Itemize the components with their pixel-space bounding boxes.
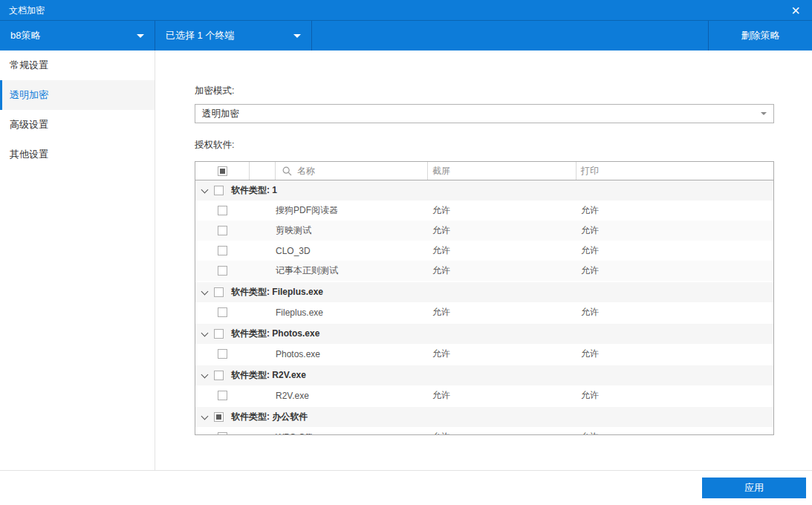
- print-permission: 允许: [576, 201, 773, 221]
- content-area: 常规设置透明加密高级设置其他设置 加密模式: 透明加密 授权软件:: [0, 50, 812, 471]
- sidebar-item-0[interactable]: 常规设置: [0, 50, 155, 80]
- encryption-mode-select[interactable]: 透明加密: [195, 104, 774, 123]
- table-header-row: 名称 截屏 打印: [195, 162, 773, 180]
- delete-policy-button[interactable]: 删除策略: [708, 21, 812, 50]
- table-row[interactable]: 记事本正则测试允许允许: [195, 261, 773, 281]
- chevron-down-icon[interactable]: [201, 371, 209, 378]
- print-permission: 允许: [576, 344, 773, 364]
- search-icon: [282, 166, 292, 176]
- sidebar-item-3[interactable]: 其他设置: [0, 140, 155, 169]
- authorized-software-label: 授权软件:: [195, 139, 812, 152]
- table-row[interactable]: Photos.exe允许允许: [195, 344, 773, 364]
- screenshot-permission: 允许: [428, 221, 576, 241]
- chevron-down-icon[interactable]: [201, 186, 209, 193]
- row-checkbox[interactable]: [214, 371, 224, 380]
- footer-bar: 应用: [0, 471, 812, 505]
- authorized-software-table: 名称 截屏 打印 软件类型: 1搜狗PDF阅读器允许允许剪映测试允许允许CLO_…: [195, 161, 774, 435]
- terminal-dropdown-value: 已选择 1 个终端: [166, 29, 234, 42]
- table-row[interactable]: WPS Office允许允许: [195, 427, 773, 435]
- title-bar: 文档加密 ×: [0, 0, 812, 21]
- software-name: WPS Office: [276, 427, 428, 435]
- row-checkbox[interactable]: [214, 412, 224, 422]
- header-name-cell[interactable]: 名称: [276, 162, 428, 180]
- table-row[interactable]: R2V.exe允许允许: [195, 385, 773, 405]
- row-checkbox[interactable]: [218, 266, 227, 276]
- row-checkbox[interactable]: [218, 206, 227, 215]
- table-body: 软件类型: 1搜狗PDF阅读器允许允许剪映测试允许允许CLO_3D允许允许记事本…: [195, 180, 773, 435]
- screenshot-permission: 允许: [428, 201, 576, 221]
- print-permission: 允许: [576, 427, 773, 435]
- table-row[interactable]: CLO_3D允许允许: [195, 241, 773, 261]
- software-name: Photos.exe: [276, 344, 428, 364]
- settings-sidebar: 常规设置透明加密高级设置其他设置: [0, 50, 155, 470]
- screenshot-permission: 允许: [428, 427, 576, 435]
- table-row[interactable]: 剪映测试允许允许: [195, 221, 773, 241]
- group-label: 软件类型: 1: [231, 184, 277, 197]
- sidebar-item-1[interactable]: 透明加密: [0, 80, 155, 110]
- screenshot-permission: 允许: [428, 344, 576, 364]
- encryption-mode-value: 透明加密: [202, 108, 239, 120]
- table-row[interactable]: 搜狗PDF阅读器允许允许: [195, 201, 773, 221]
- sidebar-item-2[interactable]: 高级设置: [0, 110, 155, 140]
- group-label: 软件类型: R2V.exe: [231, 369, 306, 382]
- main-panel: 加密模式: 透明加密 授权软件: 名称: [155, 50, 812, 470]
- row-checkbox[interactable]: [214, 186, 224, 195]
- group-label: 软件类型: Fileplus.exe: [231, 286, 323, 299]
- print-permission: 允许: [576, 241, 773, 261]
- software-name: CLO_3D: [276, 241, 428, 261]
- chevron-down-icon: [761, 112, 767, 115]
- toolbar-spacer: [312, 21, 708, 50]
- toolbar: b8策略 已选择 1 个终端 删除策略: [0, 21, 812, 50]
- group-label: 软件类型: Photos.exe: [231, 328, 319, 340]
- select-all-checkbox[interactable]: [218, 166, 227, 176]
- terminal-dropdown[interactable]: 已选择 1 个终端: [155, 21, 312, 50]
- row-checkbox[interactable]: [218, 349, 227, 359]
- chevron-down-icon: [293, 34, 301, 38]
- print-permission: 允许: [576, 302, 773, 322]
- header-checkbox-cell: [195, 162, 250, 180]
- row-checkbox[interactable]: [218, 307, 227, 317]
- header-print-cell: 打印: [576, 162, 773, 180]
- group-header-row[interactable]: 软件类型: Fileplus.exe: [195, 281, 773, 302]
- screenshot-permission: 允许: [428, 385, 576, 405]
- chevron-down-icon[interactable]: [201, 287, 209, 295]
- policy-dropdown-value: b8策略: [10, 29, 40, 42]
- window-title: 文档加密: [9, 4, 788, 17]
- header-empty-cell: [250, 162, 276, 180]
- group-label: 软件类型: 办公软件: [231, 411, 308, 423]
- group-header-row[interactable]: 软件类型: Photos.exe: [195, 322, 773, 344]
- screenshot-permission: 允许: [428, 241, 576, 261]
- chevron-down-icon: [137, 34, 144, 38]
- software-name: 记事本正则测试: [276, 261, 428, 281]
- table-row[interactable]: Fileplus.exe允许允许: [195, 302, 773, 322]
- encryption-mode-label: 加密模式:: [195, 85, 812, 97]
- row-checkbox[interactable]: [218, 246, 227, 255]
- software-name: R2V.exe: [276, 385, 428, 405]
- print-permission: 允许: [576, 261, 773, 281]
- software-name: 搜狗PDF阅读器: [276, 201, 428, 221]
- close-icon[interactable]: ×: [788, 3, 803, 18]
- print-permission: 允许: [576, 221, 773, 241]
- group-header-row[interactable]: 软件类型: R2V.exe: [195, 364, 773, 385]
- row-checkbox[interactable]: [214, 329, 224, 339]
- header-screenshot-cell: 截屏: [428, 162, 576, 180]
- row-checkbox[interactable]: [218, 432, 227, 435]
- chevron-down-icon[interactable]: [201, 329, 209, 336]
- group-header-row[interactable]: 软件类型: 办公软件: [195, 405, 773, 427]
- row-checkbox[interactable]: [218, 391, 227, 400]
- group-header-row[interactable]: 软件类型: 1: [195, 180, 773, 201]
- header-name-label: 名称: [297, 165, 315, 177]
- row-checkbox[interactable]: [218, 226, 227, 235]
- screenshot-permission: 允许: [428, 302, 576, 322]
- print-permission: 允许: [576, 385, 773, 405]
- row-checkbox[interactable]: [214, 287, 224, 297]
- software-name: Fileplus.exe: [276, 302, 428, 322]
- chevron-down-icon[interactable]: [201, 412, 209, 420]
- screenshot-permission: 允许: [428, 261, 576, 281]
- policy-dropdown[interactable]: b8策略: [0, 21, 155, 50]
- apply-button[interactable]: 应用: [702, 478, 806, 498]
- document-encryption-window: 文档加密 × b8策略 已选择 1 个终端 删除策略 常规设置透明加密高级设置其…: [0, 0, 812, 505]
- software-name: 剪映测试: [276, 221, 428, 241]
